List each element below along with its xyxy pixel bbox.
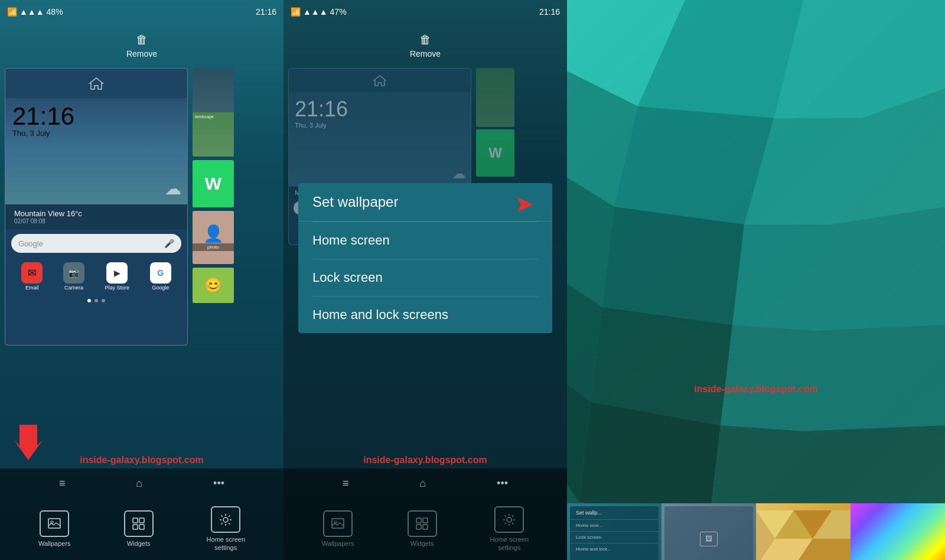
red-arrow-1 — [11, 422, 46, 465]
google-search-bar-1[interactable]: Google 🎤 — [11, 234, 181, 253]
wallpapers-button-1[interactable]: Wallpapers — [38, 510, 71, 548]
home-and-lock-menu-item[interactable]: Home and lock screens — [298, 297, 552, 333]
app-item-google-1[interactable]: G Google — [150, 262, 171, 291]
nav-bar-1: ≡ ⌂ ••• — [0, 468, 284, 498]
bottom-toolbar-2: ≡ ⌂ ••• Wallpapers — [284, 468, 567, 560]
panel3-wallpaper: inside-galaxy.blogspot.com Set wallp... … — [567, 0, 945, 560]
polygon-bg — [567, 0, 945, 560]
dot-1 — [94, 299, 98, 302]
context-menu: Set wallpaper ➤ Home screen Lock screen … — [298, 183, 552, 333]
signal-icon-2: ▲▲▲ — [303, 7, 328, 17]
nav-dots-1 — [5, 295, 187, 306]
remove-bar-1[interactable]: 🗑 Remove — [0, 24, 284, 68]
wallpaper-strip: Set wallp... Home scre... Lock screen Ho… — [567, 503, 945, 560]
svg-point-6 — [223, 517, 228, 522]
weather-info-1: Mountain View 16°c 02/07 08:08 — [5, 204, 187, 229]
svg-rect-10 — [423, 518, 428, 523]
signal-icon-1: ▲▲▲ — [19, 7, 44, 17]
wp-thumb-rainbow[interactable] — [850, 503, 945, 560]
app-item-camera-1[interactable]: 📷 Camera — [63, 262, 84, 291]
wp-thumb-menu[interactable]: Set wallp... Home scre... Lock screen Ho… — [567, 503, 662, 560]
bottom-toolbar-1: ≡ ⌂ ••• Wallpapers — [0, 468, 284, 560]
svg-marker-22 — [732, 207, 945, 331]
nav-bar-2: ≡ ⌂ ••• — [284, 468, 567, 498]
google-app-icon-1: G — [150, 262, 171, 284]
svg-point-1 — [51, 521, 53, 523]
back-nav-2[interactable]: ≡ — [343, 477, 349, 490]
wp-thumb-gray[interactable]: 🖼 — [662, 503, 756, 560]
homescreen-settings-label-1: Home screensettings — [207, 536, 245, 551]
cloud-icon-1: ☁ — [165, 179, 181, 198]
svg-rect-2 — [133, 518, 138, 523]
svg-rect-9 — [416, 518, 421, 523]
wallpapers-button-2[interactable]: Wallpapers — [322, 510, 354, 548]
playstore-label-1: Play Store — [105, 285, 130, 291]
app-item-email-1[interactable]: ✉ Email — [21, 262, 43, 291]
home-screen-menu-item[interactable]: Home screen — [298, 222, 552, 259]
playstore-app-icon-1: ▶ — [106, 262, 128, 284]
status-left-1: 📶 ▲▲▲ 48% — [7, 7, 63, 17]
dot-active-1 — [87, 299, 91, 302]
mini-thumb-green-1: landscape — [193, 68, 234, 157]
weather-location-1: Mountain View 16°c — [14, 209, 82, 218]
home-nav-2[interactable]: ⌂ — [419, 477, 426, 490]
homescreen-settings-button-2[interactable]: Home screensettings — [490, 506, 529, 551]
lock-time-1: 21:16 — [12, 104, 74, 129]
phone-preview-1: 21:16 Thu, 3 July ☁ Mountain View 16°c 0… — [5, 68, 188, 346]
widgets-icon-2 — [408, 510, 437, 537]
whatsapp-thumb-1: W — [193, 160, 234, 207]
phone-header-1 — [5, 69, 187, 98]
wallpapers-icon-1 — [40, 510, 69, 537]
svg-rect-11 — [416, 525, 421, 529]
svg-rect-7 — [332, 519, 344, 528]
svg-point-13 — [507, 517, 511, 522]
trash-icon-1: 🗑 — [136, 33, 148, 47]
battery-2: 47% — [330, 7, 347, 17]
dot-2 — [102, 299, 105, 302]
lock-screen-menu-item[interactable]: Lock screen — [298, 259, 552, 296]
widgets-button-1[interactable]: Widgets — [124, 510, 154, 548]
panel2-menu: 📶 ▲▲▲ 47% 21:16 🗑 Remove 21:16 — [284, 0, 567, 560]
set-wallpaper-menu-item[interactable]: Set wallpaper ➤ — [298, 183, 552, 222]
status-time-1: 21:16 — [256, 7, 276, 17]
homescreen-settings-label-2: Home screensettings — [490, 536, 529, 551]
svg-rect-5 — [139, 525, 144, 529]
menu-arrow-icon: ➤ — [514, 190, 535, 217]
svg-rect-3 — [139, 518, 144, 523]
widgets-label-2: Widgets — [410, 540, 434, 548]
app-item-playstore-1[interactable]: ▶ Play Store — [105, 262, 130, 291]
panel1-home-screen: 📶 ▲▲▲ 48% 21:16 🗑 Remove 21:16 Thu, 3 Ju… — [0, 0, 284, 560]
remove-bar-2[interactable]: 🗑 Remove — [284, 24, 567, 68]
trash-icon-2: 🗑 — [419, 33, 431, 47]
back-nav-1[interactable]: ≡ — [59, 477, 66, 490]
wallpapers-label-2: Wallpapers — [322, 540, 354, 548]
widgets-button-2[interactable]: Widgets — [408, 510, 437, 548]
dots-nav-2[interactable]: ••• — [497, 477, 508, 490]
lock-date-1: Thu, 3 July — [12, 129, 74, 138]
svg-rect-4 — [133, 525, 138, 529]
bottom-actions-1: Wallpapers Widgets — [0, 498, 284, 560]
dots-nav-1[interactable]: ••• — [213, 477, 224, 490]
home-and-lock-label: Home and lock screens — [312, 307, 448, 322]
wallpapers-icon-2 — [323, 510, 353, 537]
mini-thumbs-1: landscape W 👤 photo 😊 — [193, 68, 234, 346]
widgets-icon-1 — [124, 510, 154, 537]
svg-marker-21 — [602, 207, 744, 325]
wp-thumb-colorful[interactable] — [756, 503, 850, 560]
email-label-1: Email — [25, 285, 39, 291]
lock-screen-label: Lock screen — [312, 270, 383, 285]
home-nav-1[interactable]: ⌂ — [136, 477, 142, 490]
sky-area-1: 21:16 Thu, 3 July ☁ — [5, 98, 187, 204]
wp-thumb-2-inner: 🖼 — [664, 506, 753, 560]
widgets-label-1: Widgets — [127, 540, 151, 548]
svg-rect-0 — [48, 519, 60, 528]
status-bar-1: 📶 ▲▲▲ 48% 21:16 — [0, 0, 284, 24]
status-left-2: 📶 ▲▲▲ 47% — [291, 7, 347, 17]
google-text-1: Google — [18, 239, 43, 248]
svg-point-8 — [334, 521, 337, 523]
bottom-actions-2: Wallpapers Widgets — [284, 498, 567, 560]
mic-icon-1: 🎤 — [164, 239, 174, 248]
homescreen-settings-button-1[interactable]: Home screensettings — [207, 506, 245, 551]
person-thumb-1: 👤 photo — [193, 211, 234, 264]
battery-1: 48% — [47, 7, 63, 17]
